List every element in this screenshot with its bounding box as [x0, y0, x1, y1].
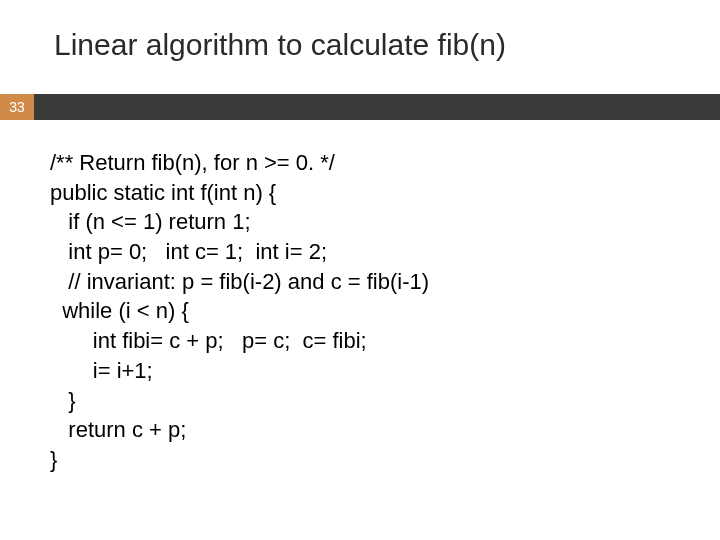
code-line: // invariant: p = fib(i-2) and c = fib(i…: [50, 269, 429, 294]
code-line: int p= 0; int c= 1; int i= 2;: [50, 239, 327, 264]
code-line: int fibi= c + p; p= c; c= fibi;: [50, 328, 367, 353]
slide-number-bar: 33: [0, 94, 720, 120]
code-line: }: [50, 447, 57, 472]
code-line: }: [50, 388, 76, 413]
code-line: /** Return fib(n), for n >= 0. */: [50, 150, 335, 175]
code-line: i= i+1;: [50, 358, 153, 383]
code-line: while (i < n) {: [50, 298, 189, 323]
code-block: /** Return fib(n), for n >= 0. */ public…: [50, 148, 429, 475]
title-underline-bar: [34, 94, 720, 120]
code-line: return c + p;: [50, 417, 186, 442]
slide-number: 33: [0, 94, 34, 120]
code-line: public static int f(int n) {: [50, 180, 276, 205]
code-line: if (n <= 1) return 1;: [50, 209, 251, 234]
slide-title: Linear algorithm to calculate fib(n): [54, 28, 506, 62]
slide: Linear algorithm to calculate fib(n) 33 …: [0, 0, 720, 540]
